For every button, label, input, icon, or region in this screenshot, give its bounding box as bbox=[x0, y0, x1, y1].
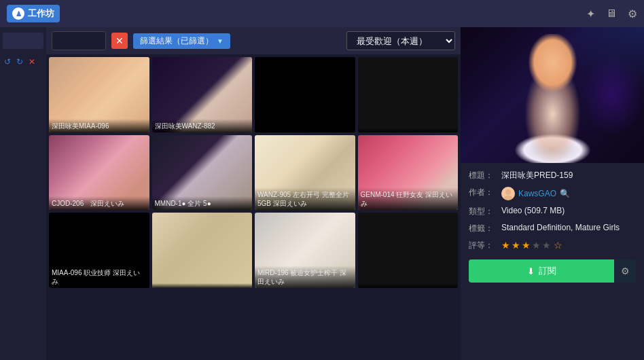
star-5[interactable]: ★ bbox=[542, 240, 551, 251]
rating-label: 評等： bbox=[469, 240, 496, 251]
filter-bar: ✕ 篩選結果（已篩選） ▼ 最受歡迎（本週） 最受歡迎（全部） 最新上傳 最近更… bbox=[46, 27, 461, 54]
item-label-11: MIRD-196 被迫女护士榨干 深田えいみ bbox=[255, 266, 355, 288]
grid-item-11[interactable]: MIRD-196 被迫女护士榨干 深田えいみ bbox=[255, 213, 355, 288]
grid-item-12[interactable] bbox=[358, 213, 459, 288]
author-search-icon[interactable]: 🔍 bbox=[560, 189, 570, 198]
filter-tag[interactable]: 篩選結果（已篩選） ▼ bbox=[133, 33, 230, 49]
rating-row: 評等： ★ ★ ★ ★ ★ ☆ bbox=[469, 240, 636, 251]
item-label-5: CJOD-206 深田えいみ bbox=[49, 196, 149, 210]
steam-button[interactable]: ⚙ bbox=[614, 259, 636, 283]
type-label: 類型： bbox=[469, 206, 496, 217]
tools-icon[interactable]: ✦ bbox=[586, 7, 595, 20]
item-label-3 bbox=[255, 128, 355, 132]
svg-point-0 bbox=[505, 190, 511, 195]
author-row: 作者： KawsGAO 🔍 bbox=[469, 187, 636, 200]
type-row: 類型： Video (509.7 MB) bbox=[469, 206, 636, 217]
author-avatar bbox=[501, 187, 515, 200]
item-label-2: 深田咏美WANZ-882 bbox=[152, 119, 253, 132]
item-label-8: GENM-014 狂野女友 深田えいみ bbox=[358, 187, 459, 210]
sort-select[interactable]: 最受歡迎（本週） 最受歡迎（全部） 最新上傳 最近更新 bbox=[346, 31, 455, 50]
content-area: ✕ 篩選結果（已篩選） ▼ 最受歡迎（本週） 最受歡迎（全部） 最新上傳 最近更… bbox=[46, 27, 461, 360]
grid: 深田咏美MIAA-096 深田咏美WANZ-882 CJOD-206 深田え bbox=[49, 57, 458, 288]
refresh-icon[interactable]: ↺ bbox=[3, 56, 12, 68]
blue-light-decoration bbox=[552, 27, 644, 95]
star-2[interactable]: ★ bbox=[512, 240, 520, 251]
grid-item-2[interactable]: 深田咏美WANZ-882 bbox=[152, 57, 253, 132]
settings-icon[interactable]: ⚙ bbox=[628, 7, 637, 20]
subscribe-button[interactable]: ⬇ 訂閱 bbox=[469, 259, 614, 283]
filter-tag-label: 篩選結果（已篩選） bbox=[140, 35, 213, 47]
panel-thumbnail bbox=[461, 27, 644, 163]
subscribe-label: 訂閱 bbox=[539, 265, 556, 277]
tags-value: Standard Definition, Mature Girls bbox=[501, 223, 636, 232]
sidebar: ↺ ↻ ✕ bbox=[0, 27, 46, 360]
title-value: 深田咏美PRED-159 bbox=[501, 170, 636, 181]
grid-item-9[interactable]: MIAA-096 职业技师 深田えいみ bbox=[49, 213, 149, 288]
grid-item-1[interactable]: 深田咏美MIAA-096 bbox=[49, 57, 149, 132]
grid-item-4[interactable] bbox=[358, 57, 459, 132]
item-label-7: WANZ-905 左右开弓 完整全片 5GB 深田えいみ bbox=[255, 187, 355, 210]
item-label-10 bbox=[152, 283, 253, 288]
header-icons: ✦ 🖥 ⚙ bbox=[586, 7, 637, 20]
panel-info: 標題： 深田咏美PRED-159 作者： KawsGAO 🔍 bbox=[461, 163, 644, 289]
sidebar-search[interactable] bbox=[3, 33, 43, 49]
logo-box[interactable]: ♟ 工作坊 bbox=[7, 5, 60, 22]
tags-label: 標籤： bbox=[469, 223, 496, 234]
star-4[interactable]: ★ bbox=[532, 240, 541, 251]
clear-button[interactable]: ✕ bbox=[111, 33, 128, 49]
logo-text: 工作坊 bbox=[28, 7, 54, 20]
grid-item-8[interactable]: GENM-014 狂野女友 深田えいみ bbox=[358, 135, 459, 211]
close-icon[interactable]: ✕ bbox=[27, 56, 37, 68]
subscribe-icon: ⬇ bbox=[527, 266, 535, 276]
monitor-icon[interactable]: 🖥 bbox=[606, 7, 617, 20]
author-label: 作者： bbox=[469, 187, 496, 198]
grid-item-5[interactable]: CJOD-206 深田えいみ bbox=[49, 135, 149, 211]
star-add-icon[interactable]: ☆ bbox=[554, 240, 562, 251]
title-label: 標題： bbox=[469, 170, 496, 181]
rating-stars: ★ ★ ★ ★ ★ ☆ bbox=[501, 240, 562, 251]
grid-item-3[interactable] bbox=[255, 57, 355, 132]
item-label-6: MMND-1● 全片 5● bbox=[152, 196, 253, 210]
item-label-9: MIAA-096 职业技师 深田えいみ bbox=[49, 266, 149, 288]
item-label-4 bbox=[358, 128, 459, 132]
forward-icon[interactable]: ↻ bbox=[15, 56, 24, 68]
star-1[interactable]: ★ bbox=[501, 240, 510, 251]
right-panel: 標題： 深田咏美PRED-159 作者： KawsGAO 🔍 bbox=[461, 27, 644, 360]
search-input[interactable] bbox=[52, 31, 106, 50]
title-row: 標題： 深田咏美PRED-159 bbox=[469, 170, 636, 181]
header-left: ♟ 工作坊 bbox=[7, 5, 60, 22]
main-layout: ↺ ↻ ✕ ✕ 篩選結果（已篩選） ▼ 最受歡迎（本週） 最受歡迎（全部） 最新… bbox=[0, 27, 644, 360]
star-3[interactable]: ★ bbox=[522, 240, 531, 251]
author-info: KawsGAO 🔍 bbox=[501, 187, 570, 200]
item-label-12 bbox=[358, 283, 459, 288]
grid-area: 深田咏美MIAA-096 深田咏美WANZ-882 CJOD-206 深田え bbox=[46, 54, 461, 360]
item-label-1: 深田咏美MIAA-096 bbox=[49, 119, 149, 132]
svg-point-1 bbox=[503, 196, 513, 200]
type-value: Video (509.7 MB) bbox=[501, 206, 636, 215]
grid-item-7[interactable]: WANZ-905 左右开弓 完整全片 5GB 深田えいみ bbox=[255, 135, 355, 211]
grid-item-6[interactable]: MMND-1● 全片 5● bbox=[152, 135, 253, 211]
sidebar-nav-icons: ↺ ↻ ✕ bbox=[3, 56, 43, 68]
logo-icon: ♟ bbox=[12, 7, 24, 20]
tags-row: 標籤： Standard Definition, Mature Girls bbox=[469, 223, 636, 234]
filter-triangle-icon: ▼ bbox=[217, 37, 223, 45]
grid-item-10[interactable] bbox=[152, 213, 253, 288]
subscribe-row: ⬇ 訂閱 ⚙ bbox=[469, 257, 636, 283]
header: ♟ 工作坊 ✦ 🖥 ⚙ bbox=[0, 0, 644, 27]
author-name[interactable]: KawsGAO bbox=[518, 189, 556, 198]
